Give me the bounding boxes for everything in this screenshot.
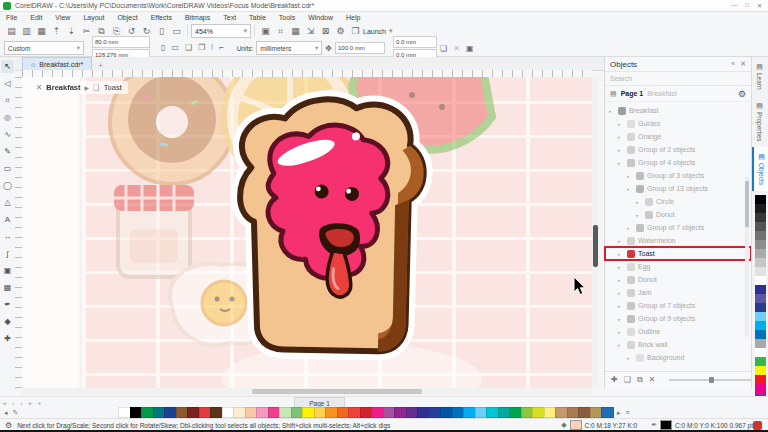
palette-swatch[interactable]	[755, 366, 766, 375]
menu-item[interactable]: Layout	[77, 14, 110, 21]
options-icon[interactable]: ❏	[437, 44, 450, 53]
treat-as-filled-icon[interactable]: ⦚	[208, 43, 216, 53]
vertical-scroll-thumb[interactable]	[593, 225, 598, 267]
expand-arrow-icon[interactable]: ▸	[618, 160, 624, 166]
docker-scrollbar[interactable]	[745, 177, 749, 337]
thumbnail-size-slider[interactable]	[669, 379, 757, 381]
expand-arrow-icon[interactable]: ▸	[609, 108, 615, 114]
object-tree-row[interactable]: ▸ Egg	[605, 260, 751, 273]
object-tree-row[interactable]: ▸ Group of 3 objects	[605, 169, 751, 182]
palette-swatch[interactable]	[755, 357, 766, 366]
shape-tool[interactable]: ◁	[1, 77, 14, 90]
palette-swatch[interactable]	[755, 258, 766, 267]
object-tree-row[interactable]: ▸ Toast	[605, 247, 751, 260]
expand-arrow-icon[interactable]: ▸	[618, 147, 624, 153]
menu-item[interactable]: Window	[302, 14, 339, 21]
palette-nav-icon[interactable]: ◂	[4, 409, 8, 417]
resize-icon[interactable]: ⇲	[303, 24, 318, 38]
palette-swatch[interactable]	[755, 285, 766, 294]
portrait-icon[interactable]: ▯	[158, 43, 168, 53]
page-nav-icon[interactable]: +	[35, 400, 45, 406]
object-tree-row[interactable]: ▸ Guides	[605, 117, 751, 130]
tab-properties[interactable]: ▤ Properties	[752, 96, 767, 148]
page-nav-icon[interactable]: ‹	[9, 400, 17, 406]
tab-learn[interactable]: ▤ Learn	[752, 57, 767, 96]
palette-swatch[interactable]	[755, 312, 766, 321]
expand-arrow-icon[interactable]: ▸	[618, 121, 624, 127]
settings-gear-icon[interactable]: ⚙	[333, 24, 348, 38]
palette-swatch[interactable]	[755, 231, 766, 240]
object-tree-row[interactable]: ▸ Orange	[605, 130, 751, 143]
palette-swatch[interactable]	[755, 303, 766, 312]
object-tree-row[interactable]: ▸ Outline	[605, 325, 751, 338]
zoom-level-select[interactable]: 454%▾	[191, 24, 251, 38]
menu-item[interactable]: Help	[340, 14, 366, 21]
expand-arrow-icon[interactable]: ▸	[627, 225, 633, 231]
docker-flyout-icon[interactable]: «	[731, 60, 735, 68]
object-tree-row[interactable]: ▸ Group of 13 objects	[605, 182, 751, 195]
minimize-button[interactable]: —	[731, 2, 737, 9]
docker-close-icon[interactable]: ✕	[740, 60, 746, 68]
crop-tool[interactable]: ⌗	[1, 94, 14, 107]
show-rulers-icon[interactable]: ▯	[154, 24, 169, 38]
palette-nav-icon[interactable]: ▸	[617, 409, 621, 417]
palette-swatch[interactable]	[755, 204, 766, 213]
duplicate-icon[interactable]: ⧉	[637, 375, 643, 385]
ellipse-tool[interactable]: ◯	[1, 179, 14, 192]
object-tree-row[interactable]: ▸ Group of 9 objects	[605, 312, 751, 325]
document-tab[interactable]: ⌂ Breakfast.cdr*	[22, 57, 92, 70]
import-icon[interactable]: ⇡	[49, 24, 64, 38]
breadcrumb-root[interactable]: Breakfast	[46, 83, 80, 92]
launch-window-icon[interactable]: ❐	[348, 24, 363, 38]
palette-swatch[interactable]	[755, 267, 766, 276]
zoom-tool[interactable]: ◎	[1, 111, 14, 124]
palette-swatch[interactable]	[755, 330, 766, 339]
tab-objects[interactable]: ▤ Objects	[752, 147, 768, 191]
menu-item[interactable]: Table	[243, 14, 272, 21]
page-options-gear-icon[interactable]: ⚙	[738, 89, 746, 99]
objects-search-input[interactable]: Search	[605, 72, 751, 86]
new-tab-button[interactable]: +	[92, 61, 109, 70]
launch-button[interactable]: Launch▾	[363, 27, 392, 35]
vertical-scrollbar[interactable]	[592, 77, 599, 388]
expand-arrow-icon[interactable]: ▸	[627, 186, 633, 192]
pick-tool[interactable]: ↖	[1, 60, 14, 73]
duplicate-x-field[interactable]: 0.0 mm	[393, 36, 437, 48]
object-tree-row[interactable]: ▸ Donut	[605, 208, 751, 221]
object-tree-row[interactable]: ▸ Group of 2 objects	[605, 143, 751, 156]
home-icon[interactable]: ⌂	[31, 61, 35, 68]
freehand-tool[interactable]: ∿	[1, 128, 14, 141]
maximize-button[interactable]: □	[745, 2, 749, 9]
nudge-field[interactable]: 100.0 mm	[335, 42, 385, 54]
drawing-canvas[interactable]: ✕ Breakfast ▶ ❑ Toast	[22, 77, 592, 388]
page-nav-icon[interactable]: ›	[17, 400, 25, 406]
expand-arrow-icon[interactable]: ▸	[618, 238, 624, 244]
interactive-fill-tool[interactable]: ◆	[1, 315, 14, 328]
open-icon[interactable]: ▥	[19, 24, 34, 38]
all-pages-icon[interactable]: ❏	[182, 43, 195, 53]
drop-shadow-tool[interactable]: ▣	[1, 264, 14, 277]
close-view-icon[interactable]: ⊠	[318, 24, 333, 38]
fullscreen-icon[interactable]: ▣	[258, 24, 273, 38]
show-grid-icon[interactable]: ▭	[169, 24, 184, 38]
options-icon[interactable]: ▦	[288, 24, 303, 38]
object-tree-row[interactable]: ▸ Circle	[605, 195, 751, 208]
smart-fill-tool[interactable]: ✚	[1, 332, 14, 345]
palette-swatch[interactable]	[755, 375, 766, 384]
expand-arrow-icon[interactable]: ▸	[627, 173, 633, 179]
new-document-icon[interactable]: ▤	[4, 24, 19, 38]
polygon-tool[interactable]: △	[1, 196, 14, 209]
expand-arrow-icon[interactable]: ▸	[627, 355, 633, 361]
palette-swatch[interactable]	[755, 222, 766, 231]
transparency-tool[interactable]: ▦	[1, 281, 14, 294]
expand-arrow-icon[interactable]: ▸	[636, 199, 642, 205]
menu-item[interactable]: Object	[111, 14, 143, 21]
new-object-icon[interactable]: ✚	[611, 375, 618, 385]
palette-swatch[interactable]	[755, 348, 766, 357]
rectangle-tool[interactable]: ▭	[1, 162, 14, 175]
draw-complex-icon[interactable]: ⌐	[216, 43, 227, 53]
artistic-media-tool[interactable]: ✎	[1, 145, 14, 158]
page-nav-icon[interactable]: «	[0, 400, 9, 406]
object-tree-row[interactable]: ▸ Brick wall	[605, 338, 751, 351]
object-tree-row[interactable]: ▸ Jam	[605, 286, 751, 299]
